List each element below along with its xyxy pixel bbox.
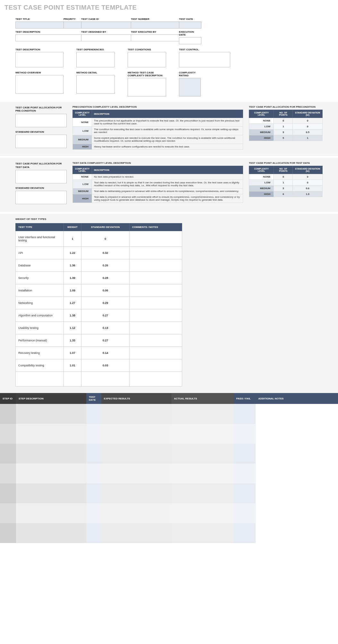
field-input[interactable] [179, 52, 230, 67]
table-row: LOW10 [249, 180, 323, 186]
field-input[interactable] [128, 78, 166, 96]
step-cell[interactable] [0, 464, 16, 483]
step-cell[interactable] [86, 483, 101, 503]
step-cell[interactable] [86, 404, 101, 424]
step-cell[interactable] [234, 483, 256, 503]
step-cell[interactable] [256, 503, 338, 523]
comments-cell[interactable] [130, 297, 182, 309]
step-cell[interactable] [256, 444, 338, 464]
field-input[interactable] [15, 75, 63, 94]
comments-cell[interactable] [130, 334, 182, 347]
step-cell[interactable] [234, 404, 256, 424]
field-input[interactable] [63, 21, 81, 29]
complexity-level: NONE [73, 174, 92, 180]
step-cell[interactable] [101, 424, 172, 444]
step-cell[interactable] [16, 444, 86, 464]
comments-cell[interactable] [130, 359, 182, 372]
step-cell[interactable] [172, 483, 234, 503]
step-cell[interactable] [86, 523, 101, 543]
step-cell[interactable] [256, 483, 338, 503]
step-cell[interactable] [234, 523, 256, 543]
step-cell[interactable] [256, 424, 338, 444]
step-cell[interactable] [234, 503, 256, 523]
field-input[interactable] [76, 75, 115, 94]
description-cell: No test data preparation is needed. [92, 174, 243, 180]
step-cell[interactable] [234, 424, 256, 444]
comments-cell[interactable] [130, 322, 182, 334]
field-input[interactable] [179, 78, 201, 96]
comments-cell[interactable] [130, 284, 182, 297]
table-row: Compatibility testing1.010.03 [16, 359, 182, 372]
step-cell[interactable] [256, 464, 338, 483]
testdata-alloc-input[interactable] [15, 170, 67, 183]
step-cell[interactable] [172, 523, 234, 543]
precond-sd-input[interactable] [15, 135, 67, 148]
step-cell[interactable] [101, 444, 172, 464]
step-cell[interactable] [172, 424, 234, 444]
step-cell[interactable] [101, 404, 172, 424]
table-row: LOW10 [249, 124, 323, 130]
step-cell[interactable] [0, 444, 16, 464]
step-cell[interactable] [172, 444, 234, 464]
precond-alloc-input[interactable] [15, 114, 67, 127]
step-cell[interactable] [172, 464, 234, 483]
field-label: METHOD TEST CASE COMPLEXITY DESCRIPTION [128, 71, 166, 78]
complexity-level: LOW [249, 180, 274, 186]
field-input[interactable] [128, 52, 166, 67]
step-cell[interactable] [16, 424, 86, 444]
testdata-sd-input[interactable] [15, 191, 67, 204]
comments-cell[interactable] [130, 309, 182, 322]
field-input[interactable] [81, 34, 131, 41]
step-cell[interactable] [16, 483, 86, 503]
comments-cell[interactable] [130, 272, 182, 284]
step-cell[interactable] [0, 424, 16, 444]
field-input[interactable] [179, 21, 201, 29]
sd-cell: 0.26 [81, 259, 130, 272]
step-cell[interactable] [101, 503, 172, 523]
step-cell[interactable] [16, 523, 86, 543]
step-cell[interactable] [101, 523, 172, 543]
step-cell[interactable] [172, 404, 234, 424]
step-cell[interactable] [16, 404, 86, 424]
field-input[interactable] [81, 21, 131, 29]
step-cell[interactable] [16, 464, 86, 483]
step-cell[interactable] [0, 404, 16, 424]
step-cell[interactable] [256, 404, 338, 424]
sd-cell: 1.3 [293, 191, 323, 197]
step-cell[interactable] [86, 444, 101, 464]
step-cell[interactable] [86, 464, 101, 483]
step-cell[interactable] [234, 444, 256, 464]
step-cell[interactable] [234, 464, 256, 483]
field-input[interactable] [131, 34, 179, 41]
col-header: COMPLEXITY LEVEL [73, 166, 92, 174]
table-row: MEDIUM30.5 [249, 130, 323, 135]
step-cell[interactable] [16, 503, 86, 523]
table-row [0, 404, 338, 424]
field-input[interactable] [179, 37, 201, 44]
field-test-title: TEST TITLE [15, 17, 63, 29]
field-input[interactable] [15, 52, 63, 67]
field-input[interactable] [15, 21, 63, 29]
step-cell[interactable] [101, 464, 172, 483]
comments-cell[interactable] [130, 259, 182, 272]
field-label: TEST NUMBER [131, 17, 179, 21]
step-cell[interactable] [0, 503, 16, 523]
step-cell[interactable] [0, 483, 16, 503]
field-input[interactable] [76, 52, 115, 67]
step-cell[interactable] [256, 523, 338, 543]
table-row: Algorithm and computation1.380.27 [16, 309, 182, 322]
comments-cell[interactable] [130, 372, 182, 387]
sd-cell: 0 [81, 231, 130, 247]
field-label: TEST DESCRIPTION [15, 47, 63, 52]
step-cell[interactable] [86, 424, 101, 444]
comments-cell[interactable] [130, 247, 182, 259]
comments-cell[interactable] [130, 231, 182, 247]
comments-cell[interactable] [130, 347, 182, 359]
field-input[interactable] [15, 34, 81, 41]
step-cell[interactable] [0, 523, 16, 543]
step-cell[interactable] [101, 483, 172, 503]
field-input[interactable] [131, 21, 179, 29]
step-cell[interactable] [86, 503, 101, 523]
step-cell[interactable] [172, 503, 234, 523]
table-row: Usability testing1.120.13 [16, 322, 182, 334]
